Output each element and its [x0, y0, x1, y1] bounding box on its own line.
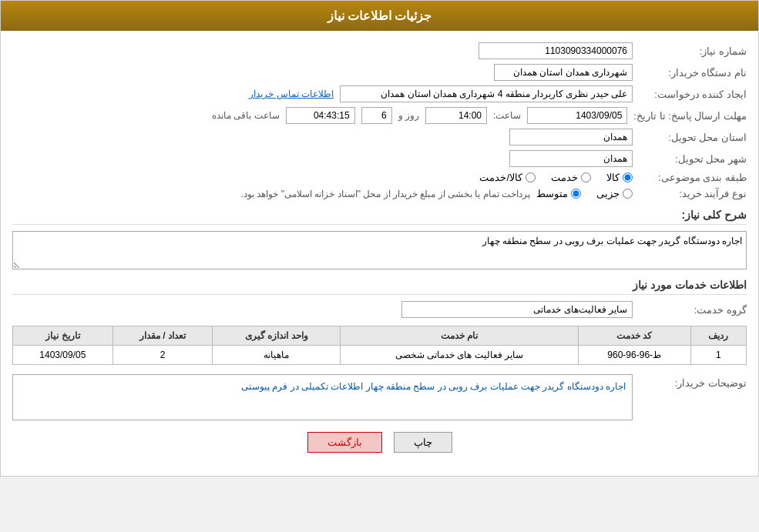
page-header: جزئیات اطلاعات نیاز [1, 1, 758, 31]
category-kala-option[interactable]: کالا [606, 172, 633, 183]
need-desc-section-title: شرح کلی نیاز: [12, 209, 747, 225]
cell-unit: ماهیانه [213, 346, 341, 365]
category-khedmat-option[interactable]: خدمت [551, 172, 591, 183]
category-row: طبقه بندی موضوعی: کالا خدمت کالا/خدمت [12, 172, 747, 183]
purchase-motovaset-option[interactable]: متوسط [536, 188, 581, 199]
city-input[interactable] [509, 150, 633, 167]
deadline-remain-input[interactable] [286, 107, 355, 124]
col-date: تاریخ نیاز [13, 326, 113, 346]
payment-text: پرداخت تمام یا بخشی از مبلغ خریدار از مح… [241, 189, 530, 199]
buyer-desc-box: اجاره دودستگاه گریدر جهت عملیات برف روبی… [12, 374, 633, 420]
col-unit: واحد اندازه گیری [213, 326, 341, 346]
services-table-section: ردیف کد خدمت نام خدمت واحد اندازه گیری ت… [12, 326, 747, 365]
service-group-row: گروه خدمت: [12, 301, 747, 318]
time-label: ساعت: [493, 110, 521, 121]
requester-label: نام دستگاه خریدار: [639, 67, 747, 79]
category-khedmat-label: خدمت [551, 172, 578, 183]
purchase-motovaset-label: متوسط [536, 188, 568, 199]
province-row: استان محل تحویل: [12, 129, 747, 146]
category-kala-khedmat-radio[interactable] [526, 172, 536, 182]
deadline-row: مهلت ارسال پاسخ: تا تاریخ: ساعت: روز و س… [12, 107, 747, 124]
col-name: نام خدمت [341, 326, 578, 346]
services-table: ردیف کد خدمت نام خدمت واحد اندازه گیری ت… [12, 326, 747, 365]
city-label: شهر محل تحویل: [639, 153, 747, 165]
purchase-type-label: نوع فرآیند خرید: [639, 188, 747, 199]
requester-row: نام دستگاه خریدار: [12, 64, 747, 81]
cell-date: 1403/09/05 [13, 346, 113, 365]
deadline-label: مهلت ارسال پاسخ: تا تاریخ: [633, 110, 747, 122]
page-title: جزئیات اطلاعات نیاز [327, 9, 432, 22]
table-row: 1 ط-96-96-960 سایر فعالیت های خدماتی شخص… [13, 346, 747, 365]
category-kala-label: کالا [606, 172, 620, 183]
cell-count: 2 [113, 346, 213, 365]
cell-row: 1 [690, 346, 746, 365]
category-khedmat-radio[interactable] [581, 172, 591, 182]
print-button[interactable]: چاپ [394, 432, 452, 453]
purchase-motovaset-radio[interactable] [571, 189, 581, 199]
cell-name: سایر فعالیت های خدماتی شخصی [341, 346, 578, 365]
purchase-jozi-label: جزیی [596, 188, 620, 199]
cell-code: ط-96-96-960 [578, 346, 690, 365]
page-wrapper: جزئیات اطلاعات نیاز شماره نیاز: نام دستگ… [0, 0, 759, 477]
remain-label: ساعت باقی مانده [212, 110, 280, 121]
category-kala-radio[interactable] [623, 172, 633, 182]
buyer-desc-text: اجاره دودستگاه گریدر جهت عملیات برف روبی… [241, 381, 626, 392]
buyer-desc-row: توضیحات خریدار: اجاره دودستگاه گریدر جهت… [12, 374, 747, 420]
purchase-jozi-option[interactable]: جزیی [596, 188, 633, 199]
category-kala-khedmat-option[interactable]: کالا/خدمت [479, 172, 536, 183]
content-area: شماره نیاز: نام دستگاه خریدار: ایجاد کنن… [1, 31, 758, 476]
need-desc-row: اجاره دودستگاه گریدر جهت عملیات برف روبی… [12, 231, 747, 269]
city-row: شهر محل تحویل: [12, 150, 747, 167]
category-radio-group: کالا خدمت کالا/خدمت [479, 172, 633, 183]
need-desc-textarea[interactable]: اجاره دودستگاه گریدر جهت عملیات برف روبی… [12, 231, 747, 269]
province-label: استان محل تحویل: [639, 132, 747, 143]
purchase-type-row: نوع فرآیند خرید: جزیی متوسط پرداخت تمام … [12, 188, 747, 199]
back-button[interactable]: بازگشت [307, 432, 382, 453]
service-group-input[interactable] [401, 301, 633, 318]
days-label: روز و [398, 110, 419, 121]
creator-row: ایجاد کننده درخواست: اطلاعات تماس خریدار [12, 85, 747, 102]
deadline-date-input[interactable] [527, 107, 627, 124]
services-section-title: اطلاعات خدمات مورد نیاز [12, 279, 747, 295]
deadline-time-input[interactable] [425, 107, 487, 124]
contact-link[interactable]: اطلاعات تماس خریدار [249, 89, 334, 99]
col-row: ردیف [690, 326, 746, 346]
category-label: طبقه بندی موضوعی: [639, 172, 747, 183]
creator-input[interactable] [340, 85, 633, 102]
deadline-days-input[interactable] [361, 107, 392, 124]
buyer-desc-label: توضیحات خریدار: [639, 374, 747, 389]
need-number-input[interactable] [479, 42, 633, 59]
province-input[interactable] [509, 129, 633, 146]
purchase-jozi-radio[interactable] [623, 189, 633, 199]
purchase-radio-group: جزیی متوسط [536, 188, 633, 199]
col-count: تعداد / مقدار [113, 326, 213, 346]
col-code: کد خدمت [578, 326, 690, 346]
category-kala-khedmat-label: کالا/خدمت [479, 172, 522, 183]
need-number-row: شماره نیاز: [12, 42, 747, 59]
service-group-label: گروه خدمت: [639, 304, 747, 316]
need-number-label: شماره نیاز: [639, 45, 747, 57]
creator-label: ایجاد کننده درخواست: [639, 89, 747, 100]
requester-input[interactable] [494, 64, 633, 81]
buttons-row: چاپ بازگشت [12, 432, 747, 453]
